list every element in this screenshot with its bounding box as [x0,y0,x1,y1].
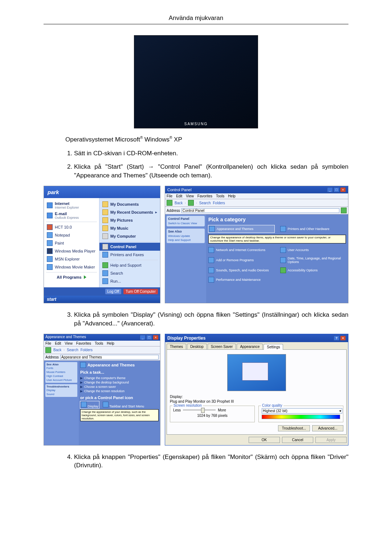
sm-wmm[interactable]: Windows Movie Maker [44,263,99,271]
back-icon[interactable] [167,200,172,206]
dp-res-slider[interactable]: Less More [173,408,252,412]
at-m-edit[interactable]: Edit [55,341,61,345]
at-back[interactable]: Back [53,348,61,352]
dp-troubleshoot-button[interactable]: Troubleshoot... [278,425,310,431]
cat-network[interactable]: Network and Internet Connections [208,247,274,253]
cp-switch-classic[interactable]: Switch to Classic View [168,221,203,225]
at-task-1[interactable]: ▶Change the desktop background [80,380,159,385]
at-search[interactable]: Search [67,348,78,352]
sm-wmp[interactable]: Windows Media Player [44,247,99,255]
cat-date[interactable]: Date, Time, Language, and Regional Optio… [280,257,346,264]
dp-apply-button[interactable]: Apply [315,437,347,443]
sm-help[interactable]: Help and Support [99,261,160,269]
sm-control-panel[interactable]: Control Panel [99,243,160,251]
at-m-tools[interactable]: Tools [95,341,103,345]
dp-help-button[interactable]: ? [334,336,339,341]
at-side2-0[interactable]: Display [46,388,76,392]
at-min[interactable]: _ [140,335,146,340]
at-side1-1[interactable]: Mouse Pointers [46,370,76,374]
sm-search[interactable]: Search [99,269,160,277]
at-task-3[interactable]: ▶Change the screen resolution [80,389,159,393]
at-side1-2[interactable]: High Contrast [46,374,76,378]
dp-close-button[interactable]: × [340,336,346,341]
cat-access[interactable]: Accessibility Options [280,267,346,273]
at-side2-1[interactable]: Sound [46,392,76,396]
cat-appearance[interactable]: Appearance and Themes [208,225,274,233]
cat-add-remove[interactable]: Add or Remove Programs [208,257,274,264]
at-m-file[interactable]: File [45,341,51,345]
tb-back[interactable]: Back [175,201,183,205]
at-m-help[interactable]: Help [107,341,114,345]
os-line: Operativsystemet Microsoft® Windows® XP [65,136,348,143]
sm-mycomp[interactable]: My Computer [99,232,160,240]
at-max[interactable]: □ [146,335,152,340]
dp-ok-button[interactable]: OK [249,437,280,443]
at-side1-3[interactable]: User Account Picture [46,378,76,382]
menu-fav[interactable]: Favorites [197,194,212,198]
menu-tools[interactable]: Tools [216,194,224,198]
min-button[interactable]: _ [327,187,333,192]
tab-screensaver[interactable]: Screen Saver [208,344,236,349]
menu-file[interactable]: File [167,194,172,198]
sm-msn[interactable]: MSN Explorer [44,255,99,263]
sm-hct[interactable]: HCT 10.0 [44,223,99,231]
tab-themes[interactable]: Themes [167,344,186,349]
sm-mymusic[interactable]: My Music [99,224,160,232]
menu-view[interactable]: View [186,194,194,198]
at-back-icon[interactable] [45,347,51,353]
dp-advanced-button[interactable]: Advanced... [312,425,343,431]
cat-printers-label: Printers and Other Hardware [288,227,330,231]
tab-appearance[interactable]: Appearance [237,344,263,349]
sm-printers[interactable]: Printers and Faxes [99,251,160,259]
at-addr-value[interactable]: Appearance and Themes [60,355,159,360]
at-task-0[interactable]: ▶Change the computer's theme [80,376,159,380]
cat-sound[interactable]: Sounds, Speech, and Audio Devices [208,267,274,273]
at-side1-0[interactable]: Fonts [46,366,76,370]
at-m-view[interactable]: View [65,341,73,345]
dp-cq-select[interactable]: Highest (32 bit)▾ [262,408,342,414]
menu-help[interactable]: Help [228,194,236,198]
at-task-2[interactable]: ▶Choose a screen saver [80,385,159,389]
date-icon [280,257,286,263]
dp-cancel-button[interactable]: Cancel [282,437,313,443]
at-icon-display[interactable]: Display [80,401,99,409]
sm-run[interactable]: Run... [99,277,160,285]
at-icon-taskbar[interactable]: Taskbar and Start Menu [103,402,144,408]
menu-edit[interactable]: Edit [176,194,182,198]
max-button[interactable]: □ [334,187,339,192]
dp-res-value: 1024 by 768 pixels [173,414,252,418]
cp-help[interactable]: Help and Support [168,238,203,242]
tb-search[interactable]: Search [199,201,211,205]
at-task2-label: Choose a screen saver [84,385,116,389]
fwd-icon[interactable] [188,200,194,206]
turnoff-button[interactable]: Turn Off Computer [123,289,158,294]
cp-winup[interactable]: Windows Update [168,234,203,238]
sm-notepad[interactable]: Notepad [44,231,99,239]
addr-value[interactable]: Control Panel [181,208,339,213]
sm-paint[interactable]: Paint [44,239,99,247]
sm-recent[interactable]: My Recent Documents▸ [99,208,160,216]
sm-email[interactable]: E-mail Outlook Express [44,210,99,221]
access-icon [280,267,286,273]
at-task3-label: Change the screen resolution [84,389,124,393]
sm-email-label: E-mail [55,212,79,216]
cat-printers[interactable]: Printers and Other Hardware [280,225,346,233]
go-icon[interactable] [341,208,347,213]
cat-users[interactable]: User Accounts [280,247,346,253]
step-3: Klicka på symbolen "Display" (Visning) o… [74,311,348,328]
taskbar-start[interactable]: start [44,296,160,303]
at-m-fav[interactable]: Favorites [76,341,91,345]
tab-settings[interactable]: Settings [264,344,283,350]
at-close[interactable]: × [153,335,159,340]
at-folders[interactable]: Folders [81,348,93,352]
close-button[interactable]: × [340,187,346,192]
cat-perf[interactable]: Performance and Maintenance [208,277,274,283]
sm-all-programs[interactable]: All Programs [44,274,99,281]
tb-folders[interactable]: Folders [213,201,225,205]
logoff-button[interactable]: Log Off [105,289,122,294]
sm-internet[interactable]: Internet Internet Explorer [44,200,99,210]
sm-mydocs[interactable]: My Documents [99,200,160,208]
sm-mypics[interactable]: My Pictures [99,216,160,224]
tab-desktop[interactable]: Desktop [187,344,207,349]
dp-res-more: More [218,408,226,412]
